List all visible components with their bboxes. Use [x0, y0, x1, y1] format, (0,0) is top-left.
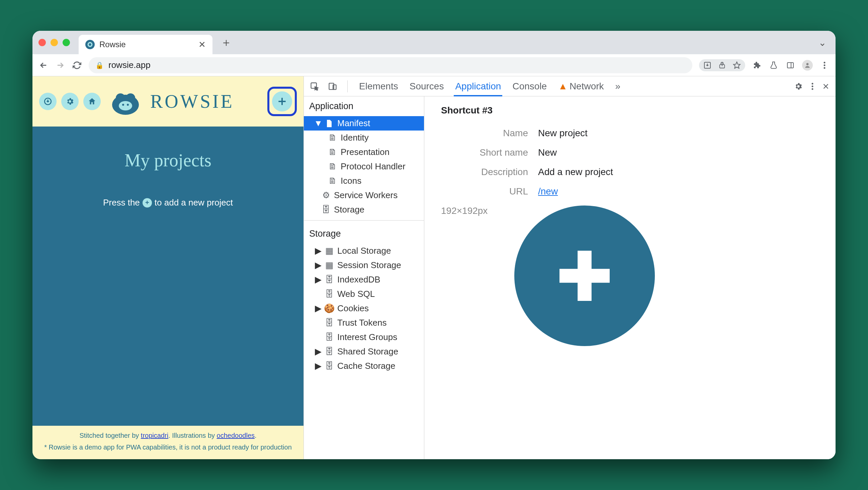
field-description: DescriptionAdd a new project: [441, 167, 819, 177]
value-url-link[interactable]: /new: [538, 186, 558, 196]
plus-icon: +: [143, 198, 152, 208]
shortcut-icon-preview: [514, 206, 655, 346]
devtools-toolbar: Elements Sources Application Console ▲Ne…: [304, 76, 836, 96]
rowsie-add-button[interactable]: [272, 91, 292, 112]
share-icon[interactable]: [717, 62, 727, 69]
browser-menu-button[interactable]: [819, 61, 830, 69]
sidebar-item-websql[interactable]: 🗄Web SQL: [304, 287, 424, 301]
tab-overflow[interactable]: »: [614, 76, 622, 96]
rowsie-logo-icon: [105, 85, 146, 118]
warning-icon: ▲: [558, 81, 567, 91]
database-icon: 🗄: [325, 318, 333, 328]
svg-point-8: [824, 62, 826, 63]
footer-link-tropicadri[interactable]: tropicadri: [141, 432, 168, 439]
sidebar-item-protocol-handler[interactable]: 🗎Protocol Handler: [304, 159, 424, 174]
svg-point-16: [122, 104, 124, 106]
tab-network[interactable]: ▲Network: [557, 76, 605, 96]
svg-marker-4: [734, 62, 740, 68]
database-icon: 🗄: [325, 361, 333, 371]
toolbar-icons: [699, 59, 830, 71]
sidebar-item-cache-storage[interactable]: ▶🗄Cache Storage: [304, 359, 424, 373]
sidepanel-icon[interactable]: [785, 61, 796, 69]
value-name: New project: [538, 128, 588, 139]
svg-point-1: [89, 43, 91, 46]
footer-line1: Stitched together by tropicadri. Illustr…: [39, 432, 297, 439]
chevron-down-icon: ▼: [315, 118, 321, 128]
devtools-close-button[interactable]: [822, 83, 830, 90]
sidebar-item-indexeddb[interactable]: ▶🗄IndexedDB: [304, 272, 424, 287]
sidebar-item-icons[interactable]: 🗎Icons: [304, 174, 424, 188]
tab-strip: Rowsie ✕ ＋ ⌄: [32, 31, 836, 54]
tab-close-button[interactable]: ✕: [198, 39, 206, 50]
rowsie-download-button[interactable]: [39, 93, 57, 110]
chevron-right-icon: ▶: [315, 303, 321, 314]
devtools-menu-button[interactable]: [811, 82, 813, 90]
chevron-right-icon: ▶: [315, 260, 321, 270]
sidebar-item-identity[interactable]: 🗎Identity: [304, 130, 424, 145]
sidebar-item-shared-storage[interactable]: ▶🗄Shared Storage: [304, 344, 424, 359]
browser-tab[interactable]: Rowsie ✕: [79, 35, 213, 54]
devtools-body: Application ▼ Manifest 🗎Identity 🗎Presen…: [304, 96, 836, 459]
new-tab-button[interactable]: ＋: [220, 35, 232, 50]
extensions-icon[interactable]: [752, 61, 762, 69]
profile-avatar[interactable]: [802, 60, 813, 71]
rowsie-add-highlight: [267, 87, 297, 116]
traffic-lights: [38, 39, 70, 46]
device-toggle-button[interactable]: [328, 82, 337, 91]
tab-elements[interactable]: Elements: [358, 76, 400, 96]
rowsie-home-button[interactable]: [83, 93, 101, 110]
database-icon: 🗄: [322, 205, 330, 215]
sidebar-heading-application: Application: [304, 96, 424, 116]
sidebar-item-local-storage[interactable]: ▶▦Local Storage: [304, 244, 424, 258]
database-icon: 🗄: [325, 289, 333, 299]
footer-link-ochedoodles[interactable]: ochedoodles: [217, 432, 255, 439]
gear-icon: ⚙: [322, 190, 330, 201]
sidebar-item-trust-tokens[interactable]: 🗄Trust Tokens: [304, 316, 424, 330]
sidebar-item-manifest[interactable]: ▼ Manifest: [304, 116, 424, 130]
devtools-settings-button[interactable]: [794, 82, 803, 91]
tab-sources[interactable]: Sources: [408, 76, 445, 96]
manifest-detail-pane: Shortcut #3 NameNew project Short nameNe…: [424, 96, 836, 459]
database-icon: 🗄: [325, 346, 333, 357]
tab-overflow-button[interactable]: ⌄: [818, 37, 830, 48]
document-icon: 🗎: [329, 132, 337, 143]
tab-application[interactable]: Application: [454, 76, 502, 96]
label-short-name: Short name: [441, 147, 528, 158]
icon-preview-row: 192×192px: [441, 206, 819, 346]
inspect-element-button[interactable]: [310, 82, 319, 91]
back-button[interactable]: [38, 61, 49, 70]
hint-text-prefix: Press the: [103, 197, 140, 208]
omnibox[interactable]: 🔒 rowsie.app: [89, 57, 692, 73]
reload-button[interactable]: [72, 61, 82, 70]
sidebar-item-service-workers[interactable]: ⚙Service Workers: [304, 188, 424, 203]
devtools-panel: Elements Sources Application Console ▲Ne…: [304, 76, 836, 459]
window-fullscreen-button[interactable]: [63, 39, 70, 46]
window-minimize-button[interactable]: [51, 39, 58, 46]
lock-icon: 🔒: [95, 61, 104, 69]
window-close-button[interactable]: [38, 39, 46, 46]
chevron-right-icon: ▶: [315, 274, 321, 285]
labs-icon[interactable]: [769, 61, 779, 69]
address-bar: 🔒 rowsie.app: [32, 54, 836, 76]
cookie-icon: 🍪: [325, 303, 333, 314]
rowsie-app: ROWSIE My projects Press the + to add a …: [32, 76, 304, 459]
label-url: URL: [441, 186, 528, 197]
tab-console[interactable]: Console: [511, 76, 548, 96]
sidebar-item-presentation[interactable]: 🗎Presentation: [304, 145, 424, 159]
icon-dimensions: 192×192px: [441, 206, 488, 216]
forward-button[interactable]: [55, 61, 65, 70]
rowsie-settings-button[interactable]: [61, 93, 79, 110]
install-icon[interactable]: [702, 61, 712, 69]
rowsie-header: ROWSIE: [32, 76, 304, 126]
svg-point-10: [824, 67, 826, 69]
empty-state-hint: Press the + to add a new project: [103, 197, 233, 208]
database-icon: 🗄: [325, 332, 333, 342]
svg-point-7: [806, 63, 809, 65]
sidebar-item-session-storage[interactable]: ▶▦Session Storage: [304, 258, 424, 272]
bookmark-star-icon[interactable]: [732, 61, 742, 69]
sidebar-item-cookies[interactable]: ▶🍪Cookies: [304, 301, 424, 316]
tab-title: Rowsie: [99, 40, 194, 49]
sidebar-item-storage[interactable]: 🗄Storage: [304, 203, 424, 217]
svg-rect-5: [787, 63, 794, 68]
sidebar-item-interest-groups[interactable]: 🗄Interest Groups: [304, 330, 424, 344]
